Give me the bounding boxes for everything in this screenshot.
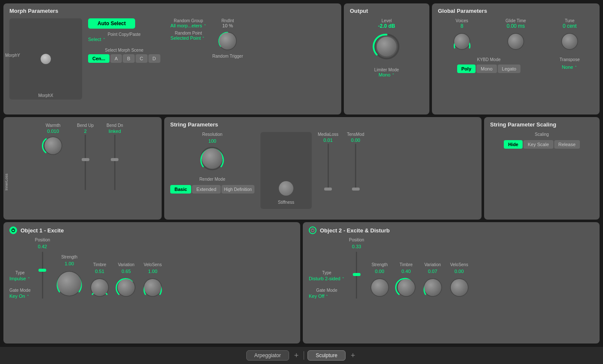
scene-c-button[interactable]: C bbox=[136, 54, 148, 63]
obj1-gate-dropdown[interactable]: Key On ⌃ bbox=[9, 294, 30, 299]
bend-up-slider[interactable] bbox=[85, 135, 86, 190]
render-hd-button[interactable]: High Definition bbox=[222, 185, 254, 194]
scene-b-button[interactable]: B bbox=[123, 54, 134, 63]
obj1-position-label: Position bbox=[35, 238, 50, 242]
random-point-dropdown[interactable]: Selected Point ⌃ bbox=[171, 35, 207, 41]
obj1-velo-label: VeloSens bbox=[144, 262, 162, 267]
stiffness-knob[interactable] bbox=[279, 181, 293, 196]
scene-a-button[interactable]: A bbox=[110, 54, 122, 63]
obj1-position-slider[interactable] bbox=[42, 252, 43, 299]
kybd-poly-button[interactable]: Poly bbox=[457, 65, 476, 73]
transpose-dropdown[interactable]: None ⌃ bbox=[546, 65, 594, 70]
obj1-position-thumb[interactable] bbox=[38, 269, 46, 272]
scene-buttons: Cen... A B C D bbox=[88, 54, 160, 63]
obj2-timbre-knob[interactable] bbox=[395, 276, 417, 299]
tune-knob[interactable] bbox=[559, 31, 580, 52]
voices-knob[interactable] bbox=[451, 31, 473, 52]
obj2-velo-knob[interactable] bbox=[448, 276, 470, 299]
glide-value: 0.00 ms bbox=[492, 23, 540, 29]
glide-knob[interactable] bbox=[505, 31, 526, 52]
obj2-strength-knob[interactable] bbox=[369, 276, 391, 299]
object2-power-button[interactable] bbox=[309, 226, 316, 234]
random-group-dropdown[interactable]: All morp...eters ⌃ bbox=[171, 23, 207, 28]
bend-dn-slider[interactable] bbox=[114, 135, 115, 190]
obj1-gate-label: Gate Mode bbox=[9, 288, 30, 293]
scaling-keyscale-button[interactable]: Key Scale bbox=[523, 140, 553, 149]
obj1-timbre-container: Timbre 0.51 bbox=[89, 262, 111, 299]
obj2-velo-container: VeloSens 0.00 bbox=[448, 262, 470, 299]
obj2-gate-dropdown[interactable]: Key Off ⌃ bbox=[309, 294, 345, 299]
random-point: Random Point Selected Point ⌃ bbox=[171, 31, 207, 41]
bend-up-label: Bend Up bbox=[77, 123, 94, 128]
bend-dn-thumb[interactable] bbox=[111, 158, 118, 161]
media-loss-slider[interactable] bbox=[328, 144, 329, 191]
rnd-int-label: RndInt bbox=[222, 18, 234, 23]
tens-mod-slider[interactable] bbox=[355, 144, 356, 191]
obj1-type-dropdown[interactable]: Impulse ⌃ bbox=[9, 276, 30, 281]
power-off-icon bbox=[310, 228, 315, 232]
obj1-left-col: Type Impulse ⌃ Gate Mode Key On ⌃ bbox=[9, 270, 30, 299]
level-label: Level bbox=[378, 18, 395, 23]
inner-loss-label: InnerLoss bbox=[4, 173, 9, 191]
object1-power-button[interactable] bbox=[9, 226, 17, 234]
media-loss-label: MediaLoss bbox=[318, 132, 338, 137]
limiter-dropdown[interactable]: Mono ⌃ bbox=[374, 72, 399, 77]
tab-sculpture[interactable]: Sculpture bbox=[307, 350, 346, 361]
voices-item: Voices 8 bbox=[438, 18, 486, 54]
scene-d-button[interactable]: D bbox=[148, 54, 160, 63]
tune-value: 0 cent bbox=[546, 23, 594, 29]
bend-dn-container: Bend Dn linked bbox=[106, 123, 123, 190]
warmth-knob-container: Warmth 0.010 bbox=[42, 123, 64, 157]
limiter-mode: Limiter Mode Mono ⌃ bbox=[374, 68, 399, 77]
render-extended-button[interactable]: Extended bbox=[192, 185, 220, 194]
bend-up-thumb[interactable] bbox=[82, 158, 89, 161]
tens-mod-thumb[interactable] bbox=[352, 188, 360, 191]
tab-add-left[interactable]: + bbox=[293, 351, 301, 360]
obj2-position-slider[interactable] bbox=[356, 252, 357, 299]
obj1-timbre-knob[interactable] bbox=[89, 276, 111, 299]
render-mode-buttons: Basic Extended High Definition bbox=[170, 185, 254, 194]
kybd-label: KYBD Mode bbox=[438, 57, 540, 62]
kybd-legato-button[interactable]: Legato bbox=[498, 65, 521, 73]
obj2-variation-knob[interactable] bbox=[422, 276, 444, 299]
resolution-knob[interactable] bbox=[199, 145, 225, 172]
scaling-release-button[interactable]: Release bbox=[554, 140, 580, 149]
copy-paste-chevron: ⌃ bbox=[103, 38, 106, 41]
scene-cen-button[interactable]: Cen... bbox=[88, 54, 109, 63]
obj1-gate: Gate Mode Key On ⌃ bbox=[9, 288, 30, 299]
random-group-label: Random Group bbox=[171, 18, 207, 23]
scaling-hide-button[interactable]: Hide bbox=[504, 140, 523, 149]
level-knob[interactable] bbox=[372, 32, 402, 62]
warmth-knob[interactable] bbox=[42, 135, 64, 157]
rnd-int-value: 10 % bbox=[222, 23, 234, 28]
tab-add-right[interactable]: + bbox=[349, 351, 357, 360]
rnd-int-knob[interactable] bbox=[216, 30, 239, 52]
tab-arpeggiator[interactable]: Arpeggiator bbox=[246, 350, 289, 361]
copy-paste-dropdown[interactable]: Select ⌃ bbox=[88, 37, 160, 42]
obj1-velo-knob[interactable] bbox=[142, 276, 164, 299]
render-basic-button[interactable]: Basic bbox=[170, 185, 191, 194]
obj2-strength-value: 0.00 bbox=[375, 269, 384, 274]
render-mode-label: Render Mode bbox=[199, 177, 225, 182]
media-loss-thumb[interactable] bbox=[324, 188, 332, 191]
obj1-strength-knob[interactable] bbox=[54, 269, 84, 299]
obj1-timbre-value: 0.51 bbox=[95, 269, 104, 274]
morph-x-label: MorphX bbox=[38, 93, 53, 98]
kybd-mono-button[interactable]: Mono bbox=[476, 65, 497, 73]
object1-header: Object 1 - Excite bbox=[9, 226, 294, 234]
morph-xy-pad[interactable]: MorphY MorphX bbox=[9, 18, 82, 100]
random-trigger-label: Random Trigger bbox=[213, 54, 243, 59]
obj1-variation-knob[interactable] bbox=[115, 276, 137, 299]
obj2-position-thumb[interactable] bbox=[353, 273, 361, 276]
bend-up-value: 2 bbox=[84, 129, 86, 134]
auto-select-button[interactable]: Auto Select bbox=[88, 18, 135, 29]
random-group: Random Group All morp...eters ⌃ bbox=[171, 18, 207, 28]
output-panel: Output Level -2.0 dB Limiter Mode Mo bbox=[344, 3, 429, 114]
obj2-type-dropdown[interactable]: Disturb 2-sided ⌃ bbox=[309, 276, 345, 281]
obj2-variation-label: Variation bbox=[424, 262, 441, 267]
global-grid: Voices 8 Glide Time 0.00 ms bbox=[438, 18, 594, 73]
object2-controls: Type Disturb 2-sided ⌃ Gate Mode Key Off… bbox=[309, 238, 594, 299]
level-display: Level -2.0 dB bbox=[378, 18, 395, 29]
obj2-strength-label: Strength bbox=[372, 262, 388, 267]
obj1-position-container: Position 0.42 bbox=[35, 238, 50, 299]
